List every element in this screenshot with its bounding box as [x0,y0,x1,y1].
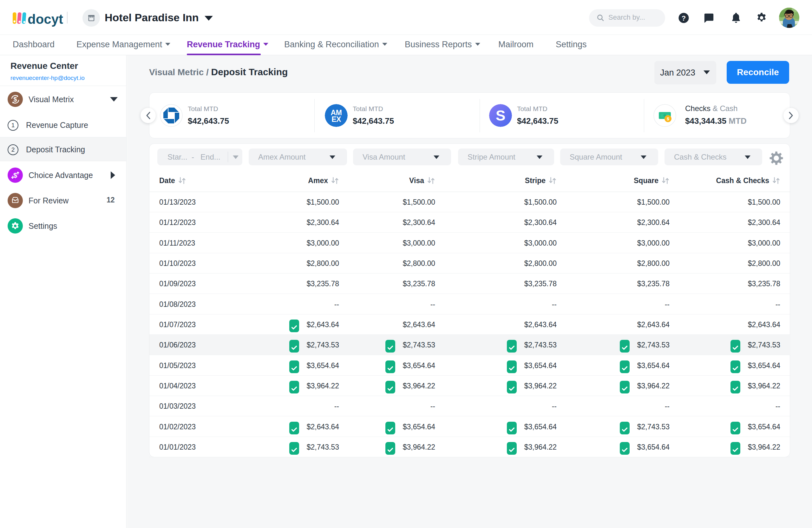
svg-text:S: S [496,107,506,124]
svg-text:$: $ [13,171,17,179]
svg-text:docyt: docyt [28,12,63,27]
svg-text:$: $ [667,116,669,121]
svg-text:?: ? [682,14,686,22]
svg-text:$: $ [13,96,17,103]
svg-text:EX: EX [332,115,341,124]
